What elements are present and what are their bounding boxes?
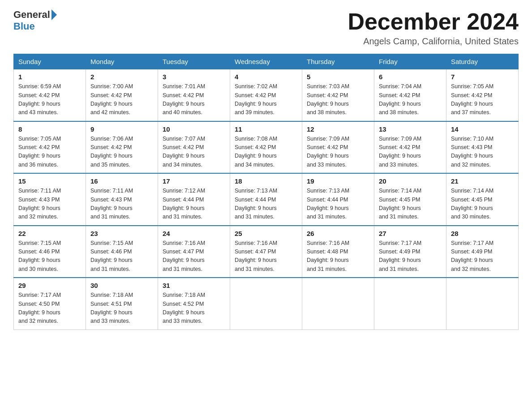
logo: General Blue [13, 9, 58, 32]
day-number: 5 [307, 73, 369, 81]
table-row: 21Sunrise: 7:14 AMSunset: 4:45 PMDayligh… [446, 173, 519, 226]
table-row: 1Sunrise: 6:59 AMSunset: 4:42 PMDaylight… [14, 69, 86, 121]
day-number: 22 [18, 230, 81, 237]
day-info: Sunrise: 7:05 AMSunset: 4:42 PMDaylight:… [18, 135, 81, 170]
day-number: 20 [379, 177, 442, 185]
day-info: Sunrise: 7:18 AMSunset: 4:51 PMDaylight:… [90, 291, 153, 326]
table-row: 19Sunrise: 7:13 AMSunset: 4:44 PMDayligh… [302, 173, 374, 226]
table-row: 26Sunrise: 7:16 AMSunset: 4:48 PMDayligh… [302, 226, 374, 278]
day-number: 31 [163, 282, 225, 289]
location-subtitle: Angels Camp, California, United States [348, 36, 519, 47]
day-info: Sunrise: 7:04 AMSunset: 4:42 PMDaylight:… [379, 82, 442, 117]
table-row: 25Sunrise: 7:16 AMSunset: 4:47 PMDayligh… [230, 226, 302, 278]
day-number: 30 [90, 282, 153, 289]
table-row: 6Sunrise: 7:04 AMSunset: 4:42 PMDaylight… [374, 69, 446, 121]
header-saturday: Saturday [446, 54, 519, 69]
logo-blue-text: Blue [13, 21, 35, 32]
day-info: Sunrise: 7:16 AMSunset: 4:48 PMDaylight:… [307, 239, 369, 274]
day-number: 8 [18, 125, 81, 133]
day-info: Sunrise: 7:12 AMSunset: 4:44 PMDaylight:… [163, 187, 225, 222]
day-number: 13 [379, 125, 442, 133]
day-info: Sunrise: 7:09 AMSunset: 4:42 PMDaylight:… [379, 135, 442, 170]
table-row: 17Sunrise: 7:12 AMSunset: 4:44 PMDayligh… [158, 173, 230, 226]
table-row: 10Sunrise: 7:07 AMSunset: 4:42 PMDayligh… [158, 121, 230, 174]
table-row: 7Sunrise: 7:05 AMSunset: 4:42 PMDaylight… [446, 69, 519, 121]
day-info: Sunrise: 7:13 AMSunset: 4:44 PMDaylight:… [307, 187, 369, 222]
day-info: Sunrise: 7:16 AMSunset: 4:47 PMDaylight:… [235, 239, 297, 274]
calendar-week-5: 29Sunrise: 7:17 AMSunset: 4:50 PMDayligh… [14, 278, 519, 330]
header-friday: Friday [374, 54, 446, 69]
day-info: Sunrise: 7:17 AMSunset: 4:50 PMDaylight:… [18, 291, 81, 326]
table-row: 9Sunrise: 7:06 AMSunset: 4:42 PMDaylight… [86, 121, 158, 174]
table-row: 24Sunrise: 7:16 AMSunset: 4:47 PMDayligh… [158, 226, 230, 278]
day-info: Sunrise: 7:02 AMSunset: 4:42 PMDaylight:… [235, 82, 297, 117]
table-row: 31Sunrise: 7:18 AMSunset: 4:52 PMDayligh… [158, 278, 230, 330]
day-info: Sunrise: 7:09 AMSunset: 4:42 PMDaylight:… [307, 135, 369, 170]
day-number: 3 [163, 73, 225, 81]
day-info: Sunrise: 7:18 AMSunset: 4:52 PMDaylight:… [163, 291, 225, 326]
day-info: Sunrise: 7:16 AMSunset: 4:47 PMDaylight:… [163, 239, 225, 274]
day-number: 1 [18, 73, 81, 81]
table-row: 8Sunrise: 7:05 AMSunset: 4:42 PMDaylight… [14, 121, 86, 174]
day-info: Sunrise: 7:08 AMSunset: 4:42 PMDaylight:… [235, 135, 297, 170]
calendar-week-4: 22Sunrise: 7:15 AMSunset: 4:46 PMDayligh… [14, 226, 519, 278]
table-row: 11Sunrise: 7:08 AMSunset: 4:42 PMDayligh… [230, 121, 302, 174]
day-info: Sunrise: 7:01 AMSunset: 4:42 PMDaylight:… [163, 82, 225, 117]
month-title: December 2024 [348, 9, 519, 34]
day-number: 11 [235, 125, 297, 133]
day-info: Sunrise: 6:59 AMSunset: 4:42 PMDaylight:… [18, 82, 81, 117]
day-number: 26 [307, 230, 369, 237]
day-info: Sunrise: 7:05 AMSunset: 4:42 PMDaylight:… [451, 82, 514, 117]
table-row: 13Sunrise: 7:09 AMSunset: 4:42 PMDayligh… [374, 121, 446, 174]
day-number: 18 [235, 177, 297, 185]
table-row: 23Sunrise: 7:15 AMSunset: 4:46 PMDayligh… [86, 226, 158, 278]
day-info: Sunrise: 7:03 AMSunset: 4:42 PMDaylight:… [307, 82, 369, 117]
calendar-table: Sunday Monday Tuesday Wednesday Thursday… [13, 54, 519, 330]
day-info: Sunrise: 7:15 AMSunset: 4:46 PMDaylight:… [90, 239, 153, 274]
day-info: Sunrise: 7:00 AMSunset: 4:42 PMDaylight:… [90, 82, 153, 117]
calendar-week-2: 8Sunrise: 7:05 AMSunset: 4:42 PMDaylight… [14, 121, 519, 174]
table-row: 12Sunrise: 7:09 AMSunset: 4:42 PMDayligh… [302, 121, 374, 174]
table-row [446, 278, 519, 330]
day-number: 24 [163, 230, 225, 237]
header-sunday: Sunday [14, 54, 86, 69]
header-thursday: Thursday [302, 54, 374, 69]
title-section: December 2024 Angels Camp, California, U… [348, 9, 519, 47]
table-row: 27Sunrise: 7:17 AMSunset: 4:49 PMDayligh… [374, 226, 446, 278]
day-number: 15 [18, 177, 81, 185]
day-number: 17 [163, 177, 225, 185]
day-number: 23 [90, 230, 153, 237]
day-info: Sunrise: 7:17 AMSunset: 4:49 PMDaylight:… [451, 239, 514, 274]
day-number: 21 [451, 177, 514, 185]
table-row: 29Sunrise: 7:17 AMSunset: 4:50 PMDayligh… [14, 278, 86, 330]
day-info: Sunrise: 7:11 AMSunset: 4:43 PMDaylight:… [18, 187, 81, 222]
logo-arrow-icon [51, 9, 57, 20]
logo-general-text: General [13, 9, 50, 21]
header-tuesday: Tuesday [158, 54, 230, 69]
day-number: 9 [90, 125, 153, 133]
table-row: 4Sunrise: 7:02 AMSunset: 4:42 PMDaylight… [230, 69, 302, 121]
day-info: Sunrise: 7:14 AMSunset: 4:45 PMDaylight:… [451, 187, 514, 222]
day-info: Sunrise: 7:15 AMSunset: 4:46 PMDaylight:… [18, 239, 81, 274]
day-number: 7 [451, 73, 514, 81]
day-number: 14 [451, 125, 514, 133]
day-info: Sunrise: 7:06 AMSunset: 4:42 PMDaylight:… [90, 135, 153, 170]
table-row: 16Sunrise: 7:11 AMSunset: 4:43 PMDayligh… [86, 173, 158, 226]
header-monday: Monday [86, 54, 158, 69]
day-info: Sunrise: 7:17 AMSunset: 4:49 PMDaylight:… [379, 239, 442, 274]
day-number: 25 [235, 230, 297, 237]
day-number: 19 [307, 177, 369, 185]
table-row: 18Sunrise: 7:13 AMSunset: 4:44 PMDayligh… [230, 173, 302, 226]
table-row [302, 278, 374, 330]
day-number: 4 [235, 73, 297, 81]
day-info: Sunrise: 7:14 AMSunset: 4:45 PMDaylight:… [379, 187, 442, 222]
day-info: Sunrise: 7:11 AMSunset: 4:43 PMDaylight:… [90, 187, 153, 222]
day-number: 28 [451, 230, 514, 237]
table-row: 28Sunrise: 7:17 AMSunset: 4:49 PMDayligh… [446, 226, 519, 278]
table-row: 30Sunrise: 7:18 AMSunset: 4:51 PMDayligh… [86, 278, 158, 330]
table-row: 20Sunrise: 7:14 AMSunset: 4:45 PMDayligh… [374, 173, 446, 226]
table-row: 3Sunrise: 7:01 AMSunset: 4:42 PMDaylight… [158, 69, 230, 121]
day-number: 6 [379, 73, 442, 81]
header-wednesday: Wednesday [230, 54, 302, 69]
day-number: 16 [90, 177, 153, 185]
